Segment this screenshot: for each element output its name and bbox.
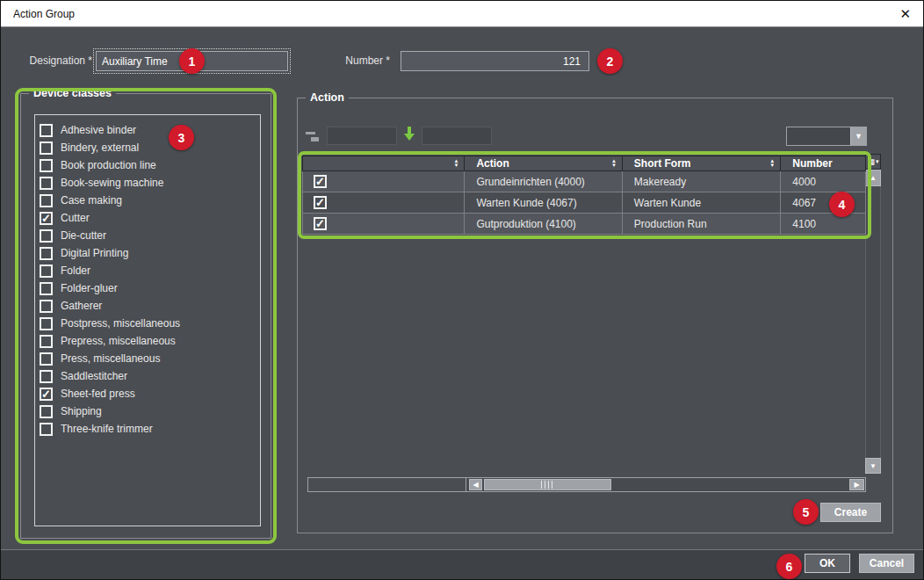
checkbox[interactable] bbox=[40, 265, 53, 278]
device-class-item[interactable]: Three-knife trimmer bbox=[35, 420, 260, 438]
table-row[interactable]: ✓Warten Kunde (4067)Warten Kunde4067 bbox=[302, 192, 866, 214]
action-combobox[interactable]: ▼ bbox=[786, 127, 867, 146]
grid-icon: ▦ bbox=[867, 157, 875, 166]
column-header[interactable]: Short Form▲▼ bbox=[623, 156, 781, 170]
action-table: ▲▼Action▲▼Short Form▲▼Number ✓Grundeinri… bbox=[302, 156, 866, 235]
device-classes-groupbox: Device classes Adhesive binderBindery, e… bbox=[20, 93, 271, 539]
step-badge: 5 bbox=[793, 499, 819, 525]
device-class-item[interactable]: Digital Printing bbox=[35, 244, 260, 262]
checkbox[interactable] bbox=[40, 405, 53, 418]
checkbox[interactable] bbox=[40, 159, 53, 172]
device-class-item[interactable]: Shipping bbox=[35, 402, 260, 420]
device-class-item[interactable]: Book-sewing machine bbox=[35, 174, 260, 192]
device-class-item[interactable]: Case making bbox=[35, 192, 260, 209]
device-class-label: Press, miscellaneous bbox=[61, 352, 160, 365]
device-class-label: Sheet-fed press bbox=[61, 388, 135, 400]
device-class-label: Book production line bbox=[61, 159, 156, 171]
device-classes-list[interactable]: Adhesive binderBindery, externalBook pro… bbox=[34, 114, 261, 526]
checkbox[interactable] bbox=[40, 229, 53, 243]
checkbox[interactable]: ✓ bbox=[40, 388, 53, 401]
checkbox[interactable] bbox=[40, 370, 53, 383]
device-class-item[interactable]: ✓Cutter bbox=[35, 209, 260, 227]
step-badge: 4 bbox=[829, 192, 855, 217]
device-class-label: Book-sewing machine bbox=[61, 177, 163, 189]
number-input[interactable] bbox=[401, 51, 589, 71]
device-class-item[interactable]: Book production line bbox=[35, 156, 260, 174]
checkbox[interactable] bbox=[40, 194, 53, 207]
device-class-label: Bindery, external bbox=[61, 141, 139, 154]
device-class-item[interactable]: ✓Sheet-fed press bbox=[35, 385, 260, 402]
table-cell: 4100 bbox=[781, 214, 865, 234]
checkbox[interactable] bbox=[40, 247, 53, 260]
column-header[interactable]: Number bbox=[781, 156, 865, 170]
device-class-item[interactable]: Folder bbox=[35, 262, 260, 279]
table-vertical-scrollbar[interactable]: ▦▾ ▲ ▼ bbox=[865, 154, 881, 474]
device-class-item[interactable]: Gatherer bbox=[35, 297, 260, 315]
column-header[interactable]: Action▲▼ bbox=[465, 156, 622, 170]
cancel-button[interactable]: Cancel bbox=[859, 554, 914, 573]
device-class-label: Die-cutter bbox=[61, 229, 106, 242]
table-cell: Gutproduktion (4100) bbox=[465, 214, 622, 234]
horizontal-scroll-thumb[interactable] bbox=[484, 479, 611, 490]
create-button[interactable]: Create bbox=[820, 503, 881, 522]
up-arrow-icon: ▲ bbox=[870, 174, 877, 182]
sort-icon[interactable]: ▲▼ bbox=[453, 159, 458, 168]
device-class-item[interactable]: Press, miscellaneous bbox=[35, 350, 260, 367]
device-class-label: Three-knife trimmer bbox=[61, 423, 153, 435]
close-icon[interactable]: ✕ bbox=[899, 1, 911, 27]
checkbox[interactable] bbox=[40, 177, 53, 190]
sort-down-icon: ▼ bbox=[611, 163, 617, 168]
column-header-label: Short Form bbox=[634, 157, 769, 170]
device-class-item[interactable]: Folder-gluer bbox=[35, 279, 260, 297]
thumb-grip bbox=[541, 481, 554, 489]
checkbox[interactable]: ✓ bbox=[314, 196, 327, 209]
device-class-item[interactable]: Postpress, miscellaneous bbox=[35, 315, 260, 332]
sort-down-icon: ▼ bbox=[769, 163, 775, 168]
checkbox[interactable] bbox=[40, 300, 53, 313]
number-label: Number * bbox=[326, 51, 390, 71]
table-row[interactable]: ✓Grundeinrichten (4000)Makeready4000 bbox=[302, 171, 866, 192]
device-class-item[interactable]: Adhesive binder bbox=[35, 121, 260, 139]
action-legend: Action bbox=[306, 91, 349, 104]
step-badge: 3 bbox=[169, 125, 194, 150]
device-class-label: Shipping bbox=[61, 405, 102, 417]
device-class-label: Postpress, miscellaneous bbox=[61, 317, 180, 330]
device-class-item[interactable]: Saddlestitcher bbox=[35, 367, 260, 385]
checkbox[interactable]: ✓ bbox=[314, 175, 327, 188]
checkbox[interactable] bbox=[40, 282, 53, 295]
designation-label: Designation * bbox=[10, 51, 92, 71]
chevron-down-icon[interactable]: ▼ bbox=[850, 127, 866, 145]
column-config-icon[interactable]: ▦▾ bbox=[865, 154, 881, 170]
device-class-item[interactable]: Prepress, miscellaneous bbox=[35, 332, 260, 350]
down-arrow-icon: ▼ bbox=[870, 462, 877, 470]
step-badge: 2 bbox=[597, 48, 623, 74]
checkbox[interactable] bbox=[40, 317, 53, 330]
checkbox[interactable] bbox=[40, 124, 53, 137]
checkbox[interactable] bbox=[40, 352, 53, 366]
scroll-right-button[interactable]: ▶ bbox=[849, 479, 864, 490]
device-class-item[interactable]: Bindery, external bbox=[35, 139, 260, 156]
table-cell: Makeready bbox=[623, 171, 781, 192]
table-cell: ✓ bbox=[303, 214, 465, 234]
device-class-item[interactable]: Die-cutter bbox=[35, 227, 260, 244]
sort-icon[interactable]: ▲▼ bbox=[769, 159, 775, 168]
sort-icon[interactable]: ▲▼ bbox=[611, 159, 617, 168]
table-row[interactable]: ✓Gutproduktion (4100)Production Run4100 bbox=[302, 214, 866, 235]
filter-input bbox=[327, 127, 397, 145]
table-cell: Warten Kunde bbox=[623, 192, 781, 213]
table-cell: ✓ bbox=[303, 192, 465, 213]
checkbox[interactable]: ✓ bbox=[40, 212, 53, 225]
checkbox[interactable] bbox=[40, 141, 53, 155]
vertical-scroll-track[interactable] bbox=[865, 186, 881, 458]
column-header-label: Number bbox=[792, 157, 862, 170]
scroll-left-button[interactable]: ◀ bbox=[469, 479, 482, 490]
scroll-up-button[interactable]: ▲ bbox=[865, 170, 881, 186]
checkbox[interactable] bbox=[40, 423, 53, 436]
table-horizontal-scrollbar[interactable]: ◀ ▶ bbox=[307, 477, 866, 492]
step-badge: 1 bbox=[179, 48, 205, 74]
column-header[interactable]: ▲▼ bbox=[303, 156, 465, 170]
scroll-down-button[interactable]: ▼ bbox=[865, 458, 881, 474]
ok-button[interactable]: OK bbox=[805, 554, 850, 573]
checkbox[interactable] bbox=[40, 335, 53, 348]
checkbox[interactable]: ✓ bbox=[314, 217, 327, 230]
